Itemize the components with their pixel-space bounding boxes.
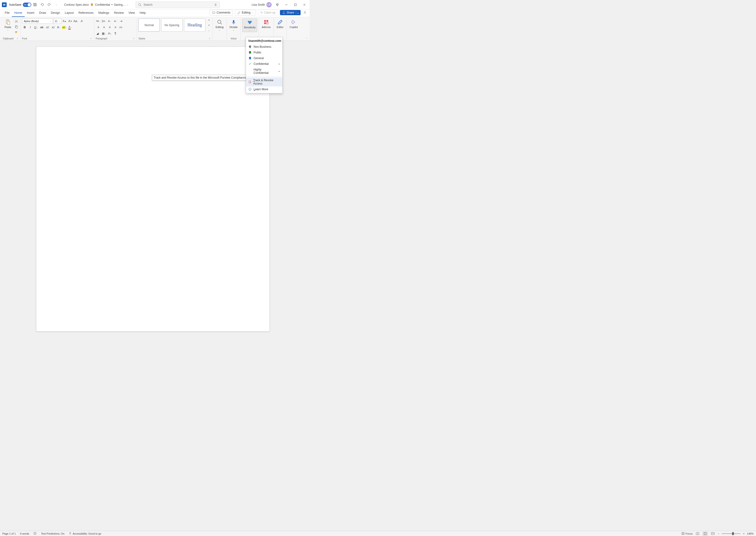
editing-mode-button[interactable]: Editing ⌄ — [235, 10, 256, 16]
sensitivity-option-non-business[interactable]: Non-Business — [246, 44, 282, 50]
sensitivity-option-general[interactable]: General — [246, 55, 282, 61]
share-caret-icon[interactable]: ⌄ — [296, 11, 298, 14]
comment-icon — [212, 11, 215, 14]
highlight-button[interactable]: ab⌄ — [62, 25, 67, 30]
track-revoke-item[interactable]: Track & Revoke Access — [246, 78, 282, 86]
tab-home[interactable]: Home — [12, 10, 24, 17]
style-normal-label: Normal — [145, 23, 154, 27]
user-account[interactable]: Lisa Smith LS — [252, 2, 272, 7]
diamond-icon[interactable] — [274, 1, 280, 8]
maximize-button[interactable] — [292, 1, 299, 8]
format-painter-button[interactable] — [14, 30, 19, 35]
dictate-button[interactable]: Dictate ⌄ — [228, 18, 239, 32]
sensitivity-option-label: Confidential — [253, 62, 269, 66]
font-color-button[interactable]: A⌄ — [68, 25, 73, 30]
styles-dialog-launcher[interactable]: ⤢ — [209, 37, 211, 40]
style-no-spacing[interactable]: No Spacing — [161, 18, 182, 32]
sensitivity-button[interactable]: Sensitivity ⌄ — [242, 18, 257, 32]
editor-button[interactable]: Editor — [275, 18, 285, 29]
superscript-button[interactable]: x2 — [50, 25, 56, 30]
text-effects-button[interactable]: A⌄ — [56, 25, 61, 30]
title-dropdown-icon[interactable]: ⌄ — [127, 4, 128, 6]
bold-button[interactable]: B — [22, 25, 27, 30]
tab-file[interactable]: File — [2, 10, 12, 17]
autosave-toggle[interactable]: On — [23, 3, 31, 7]
increase-indent-button[interactable]: ⇥ — [118, 18, 124, 24]
change-case-button[interactable]: Aa⌄ — [73, 18, 79, 24]
line-spacing-button[interactable]: ↕≡⌄ — [118, 25, 124, 30]
justify-button[interactable]: ≡ — [113, 25, 118, 30]
copy-button[interactable] — [14, 24, 19, 29]
numbering-button[interactable]: 1≡⌄ — [101, 18, 107, 24]
tab-references[interactable]: References — [76, 10, 96, 17]
borders-button[interactable]: ▦⌄ — [101, 31, 107, 36]
editing-button[interactable]: Editing ⌄ — [214, 18, 225, 32]
search-box[interactable] — [136, 1, 220, 8]
decrease-font-button[interactable]: A▼ — [68, 18, 73, 24]
style-heading[interactable]: Heading — [184, 18, 205, 32]
sensitivity-option-highly-confidential[interactable]: Highly Confidential▸ — [246, 67, 282, 76]
decrease-indent-button[interactable]: ⇤ — [113, 18, 118, 24]
italic-button[interactable]: I — [28, 25, 33, 30]
addins-button[interactable]: Add-ins — [260, 18, 272, 29]
underline-button[interactable]: U⌄ — [33, 25, 39, 30]
increase-font-button[interactable]: A▲ — [62, 18, 67, 24]
mic-icon[interactable] — [214, 3, 217, 6]
font-name-caret-icon: ⌄ — [49, 20, 51, 22]
tab-layout[interactable]: Layout — [62, 10, 76, 17]
sensitivity-option-label: Highly Confidential — [253, 68, 277, 75]
clear-formatting-button[interactable]: A — [79, 18, 84, 24]
title-bar: W AutoSave On ⌄ Contoso Spec.docx Confid… — [0, 0, 310, 10]
search-input[interactable] — [144, 3, 212, 6]
tab-review[interactable]: Review — [112, 10, 126, 17]
styles-gallery-expand[interactable]: ▴▾⌄ — [207, 18, 211, 32]
subscript-button[interactable]: x2 — [45, 25, 50, 30]
paragraph-dialog-launcher[interactable]: ⤢ — [133, 37, 135, 40]
bullets-button[interactable]: •≡⌄ — [96, 18, 101, 24]
qat-customize-icon[interactable]: ⌄ — [53, 2, 59, 8]
style-normal[interactable]: Normal — [138, 18, 160, 32]
ribbon-collapse-button[interactable]: ⌄ — [306, 36, 308, 39]
paste-button[interactable]: Paste ⌄ — [3, 18, 13, 32]
sensitivity-option-confidential[interactable]: ✓Confidential▸ — [246, 61, 282, 67]
clipboard-dialog-launcher[interactable]: ⤢ — [16, 37, 19, 40]
sensitivity-option-public[interactable]: Public — [246, 50, 282, 55]
font-dialog-launcher[interactable]: ⤢ — [90, 37, 93, 40]
copilot-button[interactable]: Copilot — [288, 18, 299, 29]
share-button[interactable]: Share ⌄ — [280, 10, 301, 15]
tab-mailings[interactable]: Mailings — [96, 10, 112, 17]
font-size-combo[interactable]: 11 ⌄ — [53, 18, 61, 24]
group-copilot: Copilot — [287, 18, 301, 41]
cut-button[interactable] — [14, 18, 19, 24]
close-button[interactable] — [301, 1, 308, 8]
redo-icon[interactable] — [46, 2, 52, 8]
align-right-button[interactable]: ≡ — [107, 25, 112, 30]
pencil-icon — [238, 11, 241, 14]
tab-insert[interactable]: Insert — [25, 10, 37, 17]
sort-button[interactable]: A↓ — [107, 31, 112, 36]
save-icon[interactable] — [32, 2, 38, 8]
tab-help[interactable]: Help — [137, 10, 148, 17]
tab-draw[interactable]: Draw — [37, 10, 49, 17]
align-center-button[interactable]: ≡ — [101, 25, 107, 30]
ribbon-options-icon[interactable] — [303, 9, 307, 16]
submenu-caret-icon: ▸ — [279, 70, 280, 72]
tab-design[interactable]: Design — [49, 10, 62, 17]
comments-button[interactable]: Comments — [210, 10, 233, 16]
svg-rect-4 — [294, 4, 296, 6]
tab-view[interactable]: View — [126, 10, 137, 17]
align-left-button[interactable]: ≡ — [96, 25, 101, 30]
strikethrough-button[interactable]: ab — [39, 25, 45, 30]
font-name-combo[interactable]: Aptos (Body) ⌄ — [22, 18, 53, 24]
learn-more-item[interactable]: Learn More — [246, 86, 282, 92]
sensitivity-option-label: Non-Business — [253, 45, 271, 49]
minimize-button[interactable] — [283, 1, 290, 8]
multilevel-button[interactable]: ≡⌄ — [107, 18, 112, 24]
document-page[interactable] — [36, 47, 270, 219]
undo-icon[interactable] — [39, 2, 45, 8]
show-marks-button[interactable]: ¶ — [113, 31, 118, 36]
editing-label: Editing — [215, 26, 224, 28]
shading-button[interactable]: ◢⌄ — [96, 31, 101, 36]
document-title-area[interactable]: Contoso Spec.docx Confidential • Saving…… — [64, 3, 128, 6]
autosave-control[interactable]: AutoSave On — [9, 3, 31, 7]
